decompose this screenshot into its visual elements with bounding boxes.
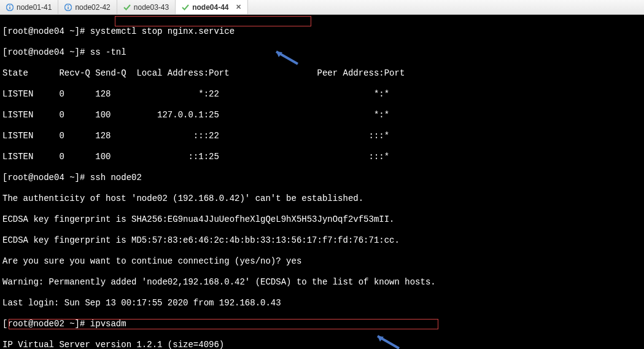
tab-bar: node01-41 node02-42 node03-43 node04-44 … (0, 0, 644, 15)
terminal-line: ECDSA key fingerprint is SHA256:EG9nua4J… (2, 214, 395, 224)
arrow-icon (270, 49, 301, 67)
svg-rect-2 (9, 7, 10, 9)
tab-node04[interactable]: node04-44 ✕ (176, 0, 247, 14)
info-icon (6, 4, 14, 11)
terminal-line: LISTEN 0 100 127.0.0.1:25 *:* (2, 110, 389, 120)
tab-label: node04-44 (192, 3, 228, 12)
arrow-icon (371, 333, 402, 349)
tab-label: node02-42 (75, 3, 110, 12)
svg-point-1 (9, 5, 10, 6)
svg-rect-5 (68, 7, 69, 9)
tab-label: node01-41 (17, 3, 52, 12)
tab-node03[interactable]: node03-43 (117, 0, 176, 14)
close-icon[interactable]: ✕ (236, 3, 241, 11)
terminal-line: [root@node04 ~]# ss -tnl (2, 47, 126, 57)
terminal-line: Are you sure you want to continue connec… (2, 256, 301, 266)
terminal-line: ECDSA key fingerprint is MD5:57:83:e6:46… (2, 235, 400, 245)
terminal-line: LISTEN 0 100 ::1:25 :::* (2, 152, 389, 162)
terminal-output[interactable]: [root@node04 ~]# systemctl stop nginx.se… (0, 15, 644, 349)
info-icon (64, 4, 72, 11)
terminal-line: LISTEN 0 128 :::22 :::* (2, 131, 389, 141)
terminal-line: Warning: Permanently added 'node02,192.1… (2, 277, 436, 287)
check-icon (182, 4, 189, 11)
tab-node01[interactable]: node01-41 (0, 0, 58, 14)
check-icon (123, 4, 131, 11)
terminal-line: [root@node02 ~]# ipvsadm (2, 319, 126, 329)
terminal-line: State Recv-Q Send-Q Local Address:Port P… (2, 68, 405, 78)
terminal-line: IP Virtual Server version 1.2.1 (size=40… (2, 340, 224, 349)
terminal-line: Last login: Sun Sep 13 00:17:55 2020 fro… (2, 298, 281, 308)
terminal-line: [root@node04 ~]# systemctl stop nginx.se… (2, 26, 235, 36)
terminal-line: [root@node04 ~]# ssh node02 (2, 173, 142, 182)
svg-point-4 (68, 5, 69, 6)
annotation-box (115, 16, 311, 26)
terminal-line: The authenticity of host 'node02 (192.16… (2, 194, 363, 203)
terminal-line: LISTEN 0 128 *:22 *:* (2, 89, 389, 99)
tab-node02[interactable]: node02-42 (58, 0, 117, 14)
tab-label: node03-43 (134, 3, 169, 12)
